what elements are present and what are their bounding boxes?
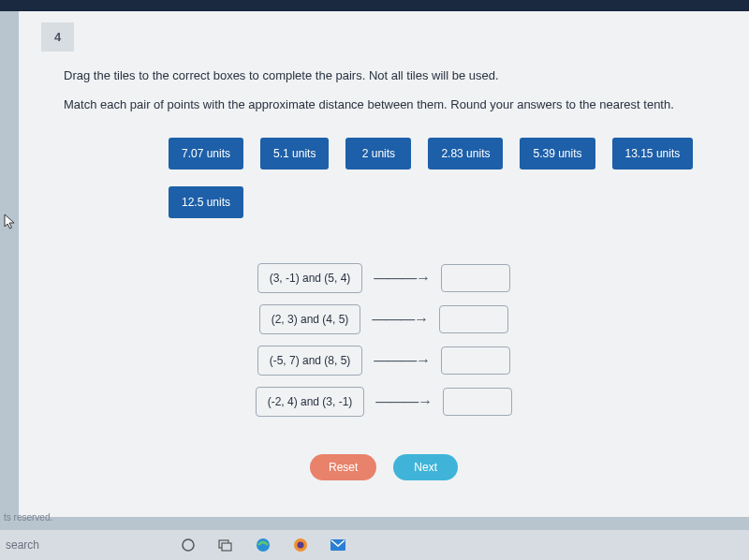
taskbar-icons bbox=[180, 537, 346, 553]
cortana-icon[interactable] bbox=[180, 537, 197, 553]
pairs-container: (3, -1) and (5, 4) ———→ (2, 3) and (4, 5… bbox=[19, 263, 749, 417]
mail-icon[interactable] bbox=[330, 537, 346, 553]
pair-row: (-5, 7) and (8, 5) ———→ bbox=[257, 346, 511, 376]
drop-target[interactable] bbox=[441, 346, 510, 375]
arrow-icon: ———→ bbox=[374, 270, 430, 287]
drop-target[interactable] bbox=[439, 305, 508, 333]
tile-option[interactable]: 2 units bbox=[345, 138, 411, 169]
reset-button[interactable]: Reset bbox=[310, 454, 376, 480]
pair-label: (-2, 4) and (3, -1) bbox=[256, 387, 365, 417]
instruction-text: Drag the tiles to the correct boxes to c… bbox=[64, 68, 749, 82]
pair-label: (2, 3) and (4, 5) bbox=[259, 304, 361, 334]
question-number: 4 bbox=[41, 22, 74, 52]
drop-target[interactable] bbox=[443, 388, 512, 416]
tile-option[interactable]: 7.07 units bbox=[169, 138, 243, 169]
drop-target[interactable] bbox=[441, 264, 510, 292]
tile-option[interactable]: 2.83 units bbox=[428, 138, 503, 169]
arrow-icon: ———→ bbox=[374, 352, 430, 369]
arrow-icon: ———→ bbox=[372, 311, 428, 328]
taskbar: search bbox=[0, 530, 749, 560]
tile-option[interactable]: 13.15 units bbox=[612, 138, 694, 169]
svg-point-5 bbox=[298, 542, 304, 549]
pair-row: (3, -1) and (5, 4) ———→ bbox=[257, 263, 511, 293]
content-area: 4 Drag the tiles to the correct boxes to… bbox=[19, 11, 749, 517]
buttons-row: Reset Next bbox=[19, 454, 749, 480]
pair-label: (3, -1) and (5, 4) bbox=[257, 263, 363, 293]
tile-option[interactable]: 5.1 units bbox=[260, 138, 329, 169]
sub-instruction-text: Match each pair of points with the appro… bbox=[64, 97, 749, 111]
svg-point-0 bbox=[183, 539, 194, 551]
browser-top-bar bbox=[0, 0, 749, 11]
tile-option[interactable]: 5.39 units bbox=[520, 138, 595, 169]
edge-icon[interactable] bbox=[255, 537, 272, 553]
svg-rect-2 bbox=[222, 543, 231, 551]
next-button[interactable]: Next bbox=[393, 454, 458, 480]
pair-row: (2, 3) and (4, 5) ———→ bbox=[259, 304, 509, 334]
footer-reserved: ts reserved. bbox=[4, 512, 52, 523]
taskbar-search[interactable]: search bbox=[6, 538, 39, 552]
firefox-icon[interactable] bbox=[292, 537, 309, 553]
task-view-icon[interactable] bbox=[217, 537, 234, 553]
tiles-container: 7.07 units 5.1 units 2 units 2.83 units … bbox=[169, 138, 749, 218]
arrow-icon: ———→ bbox=[375, 393, 432, 410]
tile-option[interactable]: 12.5 units bbox=[169, 186, 243, 218]
pair-row: (-2, 4) and (3, -1) ———→ bbox=[256, 387, 513, 417]
pair-label: (-5, 7) and (8, 5) bbox=[257, 346, 363, 376]
cursor-icon bbox=[4, 214, 17, 234]
